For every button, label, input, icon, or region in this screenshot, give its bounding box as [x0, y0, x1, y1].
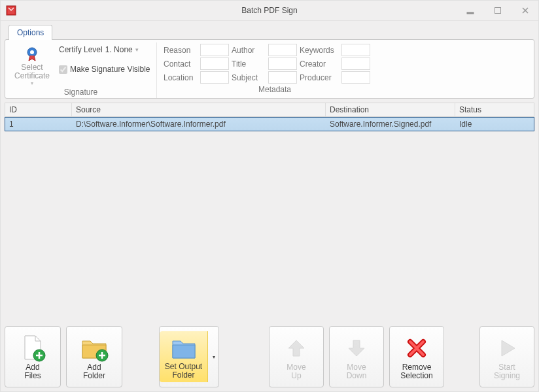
- checkbox-input[interactable]: [59, 65, 67, 74]
- meta-location[interactable]: Location: [164, 71, 229, 84]
- cell-status: Idle: [455, 118, 534, 131]
- spacer: [128, 326, 154, 387]
- button-label: Add Files: [24, 363, 41, 380]
- meta-input[interactable]: [200, 71, 229, 84]
- meta-label: Producer: [300, 73, 340, 82]
- meta-title[interactable]: Title: [232, 57, 297, 70]
- spacer: [449, 326, 474, 387]
- meta-input[interactable]: [341, 71, 370, 84]
- tab-row: Options: [5, 24, 534, 39]
- cell-destination: Software.Informer.Signed.pdf: [326, 118, 455, 131]
- svg-rect-1: [467, 12, 474, 14]
- split-arrow[interactable]: ▾: [209, 354, 218, 360]
- chevron-down-icon: ▾: [31, 80, 33, 86]
- meta-creator[interactable]: Creator: [300, 57, 370, 70]
- chevron-down-icon: ▾: [135, 46, 139, 53]
- chevron-down-icon: ▾: [213, 354, 215, 360]
- meta-label: Author: [232, 46, 267, 55]
- move-down-button[interactable]: Move Down: [329, 326, 384, 387]
- meta-keywords[interactable]: Keywords: [300, 44, 370, 56]
- maximize-button[interactable]: [489, 5, 507, 16]
- ribbon-group-metadata: Reason Contact Location Author Title Sub…: [157, 42, 392, 98]
- ribbon-group-signature: Select Certificate ▾ Certify Level 1. No…: [5, 42, 157, 98]
- group-label-metadata: Metadata: [161, 84, 389, 94]
- folder-add-icon: [80, 335, 109, 362]
- button-label: Set Output Folder: [165, 363, 202, 380]
- ribbon-icon: [23, 45, 41, 63]
- meta-reason[interactable]: Reason: [164, 44, 229, 56]
- set-output-folder-button[interactable]: Set Output Folder ▾: [159, 326, 219, 387]
- svg-point-4: [30, 50, 34, 54]
- file-table: ID Source Destination Status 1 D:\Softwa…: [5, 103, 534, 322]
- bottom-toolbar: Add Files Add Folder Set Output Folder ▾…: [5, 326, 534, 387]
- cell-source: D:\Software.Informer\Software.Informer.p…: [72, 118, 326, 131]
- arrow-up-icon: [285, 336, 308, 360]
- meta-label: Subject: [232, 73, 267, 82]
- table-row[interactable]: 1 D:\Software.Informer\Software.Informer…: [5, 117, 534, 131]
- meta-label: Contact: [164, 59, 199, 69]
- remove-selection-button[interactable]: Remove Selection: [389, 326, 444, 387]
- close-x-icon: [405, 336, 428, 360]
- meta-input[interactable]: [268, 71, 297, 84]
- start-signing-button[interactable]: Start Signing: [479, 326, 534, 387]
- table-header: ID Source Destination Status: [5, 103, 534, 117]
- th-id[interactable]: ID: [5, 103, 72, 116]
- meta-producer[interactable]: Producer: [300, 71, 370, 84]
- titlebar: Batch PDF Sign: [1, 1, 538, 21]
- th-source[interactable]: Source: [72, 103, 326, 116]
- meta-label: Reason: [164, 46, 199, 55]
- cell-id: 1: [5, 118, 72, 131]
- play-icon: [495, 336, 519, 360]
- button-label: Add Folder: [83, 363, 105, 380]
- button-label: Remove Selection: [400, 363, 432, 380]
- meta-label: Location: [164, 73, 199, 82]
- meta-contact[interactable]: Contact: [164, 57, 229, 70]
- meta-author[interactable]: Author: [232, 44, 297, 56]
- arrow-down-icon: [345, 336, 368, 360]
- app-icon: [6, 5, 16, 16]
- meta-input[interactable]: [268, 57, 297, 70]
- add-folder-button[interactable]: Add Folder: [66, 326, 122, 387]
- certify-level-dropdown[interactable]: Certify Level 1. None ▾: [59, 45, 150, 54]
- move-up-button[interactable]: Move Up: [269, 326, 324, 387]
- select-certificate-button[interactable]: Select Certificate ▾: [10, 44, 54, 86]
- meta-label: Keywords: [300, 46, 340, 55]
- button-label: Move Down: [347, 363, 367, 380]
- checkbox-label: Make Signature Visible: [70, 65, 150, 74]
- file-add-icon: [20, 335, 46, 362]
- tab-options[interactable]: Options: [9, 25, 52, 40]
- certify-level-value: 1. None: [105, 45, 133, 54]
- button-label: Start Signing: [494, 363, 520, 380]
- certify-level-label: Certify Level: [59, 45, 103, 54]
- meta-input[interactable]: [341, 57, 370, 70]
- meta-input[interactable]: [200, 57, 229, 70]
- meta-input[interactable]: [341, 44, 370, 56]
- close-button[interactable]: [516, 5, 534, 16]
- select-certificate-label: Select Certificate: [14, 63, 50, 80]
- window: Batch PDF Sign Options Select Certificat…: [0, 0, 539, 392]
- add-files-button[interactable]: Add Files: [5, 326, 61, 387]
- make-signature-visible-checkbox[interactable]: Make Signature Visible: [59, 65, 150, 74]
- group-label-signature: Signature: [9, 86, 152, 97]
- svg-rect-2: [495, 8, 501, 14]
- meta-input[interactable]: [200, 44, 229, 56]
- meta-subject[interactable]: Subject: [232, 71, 297, 84]
- window-controls: [461, 5, 534, 16]
- meta-input[interactable]: [268, 44, 297, 56]
- meta-label: Title: [232, 59, 267, 69]
- folder-blue-icon: [170, 336, 198, 362]
- spacer: [224, 326, 264, 387]
- minimize-button[interactable]: [461, 5, 479, 16]
- th-destination[interactable]: Destination: [326, 103, 455, 116]
- ribbon-panel: Select Certificate ▾ Certify Level 1. No…: [5, 39, 534, 99]
- window-title: Batch PDF Sign: [241, 6, 297, 15]
- meta-label: Creator: [300, 59, 340, 69]
- button-label: Move Up: [287, 363, 305, 380]
- ribbon: Options Select Certificate ▾ Certify Lev…: [5, 24, 534, 99]
- th-status[interactable]: Status: [455, 103, 534, 116]
